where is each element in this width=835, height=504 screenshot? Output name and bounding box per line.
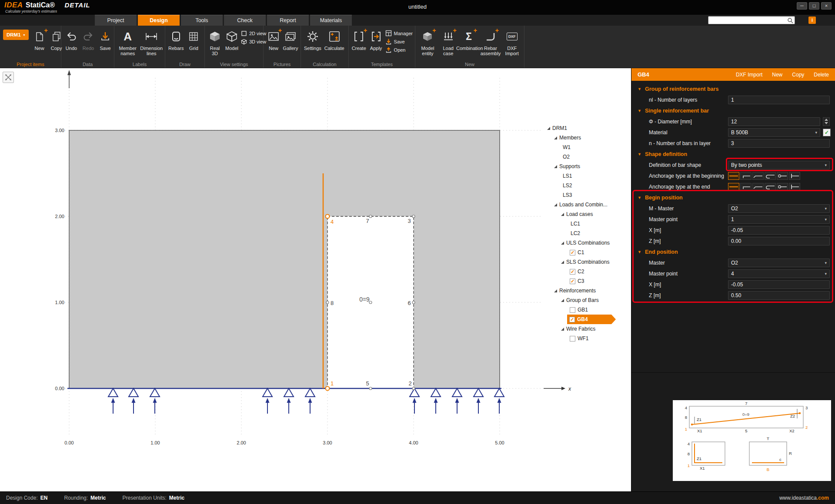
tree-item-c2[interactable]: ✓C2 [570,267,584,276]
anchorage-bend-option[interactable] [740,183,752,191]
template-manager-button[interactable]: Manager [385,30,413,37]
begin-master-select[interactable]: O2▾ [728,204,830,213]
drm1-dropdown[interactable]: DRM1 ▾ [3,30,29,40]
section-group-of-reinforcement-bars[interactable]: ▼Group of reinforcement bars [631,83,835,94]
tab-tools[interactable]: Tools [181,15,223,26]
tree-expander-icon[interactable] [561,328,564,331]
anchorage-hook-option[interactable] [752,172,764,180]
tab-project[interactable]: Project [95,15,137,26]
supports[interactable] [108,388,504,414]
tree-item-reinforcements[interactable]: Reinforcements [554,286,596,295]
tree-expander-icon[interactable] [554,289,557,292]
anchorage-loop-option[interactable] [777,172,788,180]
bar-shape-select[interactable]: By two points▾ [728,161,830,169]
tree-item-lc2[interactable]: LC2 [571,229,580,238]
maximize-button[interactable]: □ [809,2,819,10]
tree-expander-icon[interactable] [554,136,557,139]
delete-bar-group-button[interactable]: Delete [814,72,829,78]
tree-item-ls1[interactable]: LS1 [563,171,572,181]
tree-expander-icon[interactable] [547,127,550,130]
anchorage-uhook-option[interactable] [765,183,776,191]
section-shape-definition[interactable]: ▼Shape definition [631,149,835,159]
tree-item-ls2[interactable]: LS2 [563,181,572,190]
tree-item-c1[interactable]: ✓C1 [570,248,584,257]
rebars-button[interactable]: Rebars [167,28,184,51]
anchorage-straight-option[interactable] [728,172,739,180]
wall-member-w1[interactable] [69,130,500,388]
tree-item-drm1[interactable]: DRM1 [547,123,567,133]
tree-expander-icon[interactable] [561,213,564,216]
minimize-button[interactable]: ─ [797,2,807,10]
material-edit-button[interactable]: ✓ [823,129,831,136]
diameter-spinner[interactable] [823,117,830,126]
dxf-import-button[interactable]: DXF DXF Import [502,28,522,57]
close-button[interactable]: × [821,2,832,10]
create-template-button[interactable]: + Create [351,28,367,51]
model-view-button[interactable]: Model [224,28,240,51]
tree-expander-icon[interactable] [554,203,557,206]
quick-help-button[interactable]: i [808,17,816,24]
section-begin-position[interactable]: ▼Begin position [631,192,835,203]
copy-bar-group-button[interactable]: Copy [792,72,804,78]
member-names-button[interactable]: A Member names [117,28,139,57]
section-end-position[interactable]: ▼End position [631,246,835,257]
anchorage-uhook-option[interactable] [765,172,776,180]
begin-z-input[interactable]: 0.00 [728,237,830,245]
redo-button[interactable]: Redo [80,28,96,51]
material-select[interactable]: B 500B▾ [728,128,820,137]
checkbox-empty-icon[interactable] [570,307,575,313]
tree-item-o2[interactable]: O2 [563,152,570,162]
new-model-entity-button[interactable]: + Model entity [418,28,438,57]
dxf-import-panel-button[interactable]: DXF Import [736,72,762,78]
tree-expander-icon[interactable] [561,299,564,302]
diameter-input[interactable]: 12 [728,117,820,126]
anchorage-bend-option[interactable] [740,172,752,180]
new-picture-button[interactable]: + New [266,28,281,51]
tree-item-group-of-bars[interactable]: Group of Bars [561,295,599,305]
template-open-button[interactable]: Open [385,46,413,53]
end-z-input[interactable]: 0.50 [728,291,830,300]
anchorage-plate-option[interactable] [789,183,800,191]
search-input[interactable] [708,17,787,23]
tree-item-loads[interactable]: Loads and Combin... [554,200,608,209]
tree-expander-icon[interactable] [561,261,564,264]
structure-drawing[interactable]: x [0,68,631,491]
new-rebar-assembly-button[interactable]: + Rebar assembly [480,28,501,57]
checkbox-checked-icon[interactable]: ✓ [570,250,575,255]
tree-item-sls-combinations[interactable]: SLS Combinations [561,257,609,267]
2d-view-button[interactable]: 2D view [241,30,266,37]
settings-button[interactable]: Settings [303,28,322,51]
begin-x-input[interactable]: -0.05 [728,226,830,235]
tab-materials[interactable]: Materials [310,15,352,26]
tab-design[interactable]: Design [138,15,180,26]
tree-item-w1[interactable]: W1 [563,143,571,152]
3d-view-button[interactable]: 3D view [241,38,266,45]
pan-zoom-icon[interactable] [3,72,14,83]
end-master-select[interactable]: O2▾ [728,259,830,267]
search-icon[interactable] [787,17,794,24]
template-save-button[interactable]: Save [385,38,413,45]
tree-item-members[interactable]: Members [554,133,581,143]
tree-item-ls3[interactable]: LS3 [563,190,572,200]
tree-expander-icon[interactable] [554,165,557,168]
anchorage-hook-option[interactable] [752,183,764,191]
new-load-case-button[interactable]: + Load case [439,28,458,57]
begin-master-point-select[interactable]: 1▾ [728,215,830,224]
tab-check[interactable]: Check [224,15,266,26]
tree-item-load-cases[interactable]: Load cases [561,209,593,219]
end-master-point-select[interactable]: 4▾ [728,269,830,278]
tree-item-wire-fabrics[interactable]: Wire Fabrics [561,324,595,334]
undo-button[interactable]: Undo [63,28,79,51]
tree-item-c3[interactable]: ✓C3 [570,276,584,286]
new-bar-group-button[interactable]: New [772,72,782,78]
checkbox-checked-icon[interactable]: ✓ [570,279,575,284]
section-single-reinforcement-bar[interactable]: ▼Single reinforcement bar [631,105,835,116]
tree-item-supports[interactable]: Supports [554,162,580,171]
anchorage-loop-option[interactable] [777,183,788,191]
anchorage-straight-option[interactable] [728,183,739,191]
tree-item-wf1[interactable]: WF1 [570,334,588,343]
anchorage-plate-option[interactable] [789,172,800,180]
tree-expander-icon[interactable] [561,242,564,245]
tree-item-gb1[interactable]: GB1 [570,305,588,315]
bars-in-layer-input[interactable]: 3 [728,139,830,148]
